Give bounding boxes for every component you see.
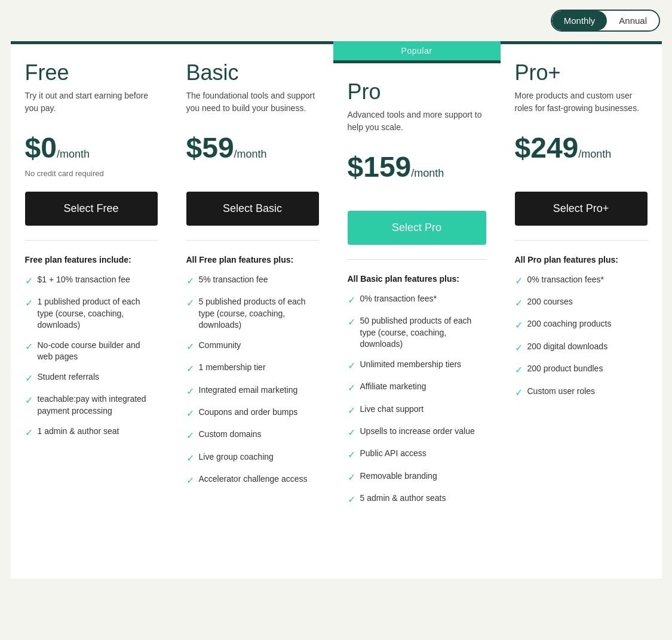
plan-content-basic: Basic The foundational tools and support… xyxy=(172,44,333,513)
plan-price-basic: $59/month xyxy=(186,131,319,164)
price-period-basic: /month xyxy=(234,148,267,160)
check-icon: ✓ xyxy=(348,294,355,307)
price-note-basic xyxy=(186,169,319,180)
features-header-basic: All Free plan features plus: xyxy=(186,255,319,264)
feature-text: Integrated email marketing xyxy=(199,384,298,396)
feature-text: Unlimited membership tiers xyxy=(360,359,462,371)
feature-item: ✓ Removable branding xyxy=(348,470,486,484)
plan-content-proplus: Pro+ More products and custom user roles… xyxy=(501,44,662,424)
feature-item: ✓ 5 admin & author seats xyxy=(348,493,486,506)
feature-text: Live group coaching xyxy=(199,451,274,463)
feature-list-basic: ✓ 5% transaction fee ✓ 5 published produ… xyxy=(186,274,319,488)
price-note-proplus xyxy=(515,169,648,180)
feature-text: 5% transaction fee xyxy=(199,274,268,286)
feature-item: ✓ 1 membership tier xyxy=(186,362,319,376)
feature-list-free: ✓ $1 + 10% transaction fee ✓ 1 published… xyxy=(25,274,158,439)
feature-text: Community xyxy=(199,340,241,352)
feature-text: Custom user roles xyxy=(527,386,596,398)
check-icon: ✓ xyxy=(25,275,33,288)
select-button-basic[interactable]: Select Basic xyxy=(186,192,319,226)
plan-card-pro: Popular Pro Advanced tools and more supp… xyxy=(333,41,501,579)
feature-list-pro: ✓ 0% transaction fees* ✓ 50 published pr… xyxy=(348,293,486,507)
price-amount-proplus: $249 xyxy=(515,132,579,164)
feature-item: ✓ Affiliate marketing xyxy=(348,381,486,395)
feature-item: ✓ No-code course builder and web pages xyxy=(25,340,158,363)
check-icon: ✓ xyxy=(348,359,355,373)
plan-content-pro: Pro Advanced tools and more support to h… xyxy=(333,60,501,532)
feature-item: ✓ Live group coaching xyxy=(186,451,319,465)
feature-item: ✓ 200 product bundles xyxy=(515,363,648,377)
plan-content-free: Free Try it out and start earning before… xyxy=(11,44,172,464)
feature-item: ✓ Custom domains xyxy=(186,429,319,442)
check-icon: ✓ xyxy=(348,316,355,329)
billing-toggle: Monthly Annual xyxy=(551,10,660,32)
check-icon: ✓ xyxy=(348,404,355,417)
check-icon: ✓ xyxy=(515,319,523,332)
feature-text: No-code course builder and web pages xyxy=(38,340,158,363)
popular-badge: Popular xyxy=(333,41,501,60)
feature-item: ✓ 200 digital downloads xyxy=(515,341,648,355)
feature-item: ✓ $1 + 10% transaction fee xyxy=(25,274,158,288)
feature-item: ✓ 5% transaction fee xyxy=(186,274,319,288)
feature-text: 1 published product of each type (course… xyxy=(38,296,158,331)
check-icon: ✓ xyxy=(25,340,33,353)
select-button-pro[interactable]: Select Pro xyxy=(348,211,486,245)
check-icon: ✓ xyxy=(25,394,33,407)
feature-item: ✓ 0% transaction fees* xyxy=(348,293,486,307)
feature-item: ✓ 50 published products of each type (co… xyxy=(348,315,486,350)
feature-list-proplus: ✓ 0% transaction fees* ✓ 200 courses ✓ 2… xyxy=(515,274,648,399)
feature-item: ✓ 200 coaching products xyxy=(515,318,648,332)
price-note-free: No credit card required xyxy=(25,169,158,180)
plan-description-pro: Advanced tools and more support to help … xyxy=(348,109,486,139)
divider-proplus xyxy=(515,240,648,241)
price-amount-basic: $59 xyxy=(186,132,234,164)
check-icon: ✓ xyxy=(348,471,355,484)
billing-annual-button[interactable]: Annual xyxy=(607,11,659,30)
feature-item: ✓ Custom user roles xyxy=(515,386,648,399)
check-icon: ✓ xyxy=(186,362,194,376)
header-bar: Monthly Annual xyxy=(0,0,672,41)
billing-monthly-button[interactable]: Monthly xyxy=(552,11,607,30)
check-icon: ✓ xyxy=(348,448,355,461)
plan-name-pro: Pro xyxy=(348,80,486,104)
feature-item: ✓ Unlimited membership tiers xyxy=(348,359,486,373)
select-button-free[interactable]: Select Free xyxy=(25,192,158,226)
check-icon: ✓ xyxy=(186,297,194,310)
feature-text: Removable branding xyxy=(360,470,437,482)
feature-text: Custom domains xyxy=(199,429,262,441)
feature-text: 1 admin & author seat xyxy=(38,426,119,438)
plan-name-free: Free xyxy=(25,61,158,85)
plan-description-proplus: More products and custom user roles for … xyxy=(515,90,648,119)
check-icon: ✓ xyxy=(25,426,33,439)
feature-text: 200 digital downloads xyxy=(527,341,608,353)
feature-item: ✓ Integrated email marketing xyxy=(186,384,319,398)
check-icon: ✓ xyxy=(348,381,355,395)
feature-text: $1 + 10% transaction fee xyxy=(38,274,130,286)
plan-price-proplus: $249/month xyxy=(515,131,648,164)
feature-text: Accelerator challenge access xyxy=(199,473,308,485)
feature-text: 200 coaching products xyxy=(527,318,612,330)
feature-item: ✓ Public API access xyxy=(348,448,486,461)
feature-text: 5 admin & author seats xyxy=(360,493,446,504)
price-period-free: /month xyxy=(57,148,90,160)
check-icon: ✓ xyxy=(515,275,523,288)
check-icon: ✓ xyxy=(25,372,33,385)
features-header-free: Free plan features include: xyxy=(25,255,158,264)
select-button-proplus[interactable]: Select Pro+ xyxy=(515,192,648,226)
feature-text: Affiliate marketing xyxy=(360,381,426,393)
check-icon: ✓ xyxy=(186,407,194,420)
feature-item: ✓ teachable:pay with integrated payment … xyxy=(25,393,158,417)
check-icon: ✓ xyxy=(186,429,194,442)
divider-pro xyxy=(348,259,486,260)
feature-item: ✓ Upsells to increase order value xyxy=(348,426,486,439)
feature-item: ✓ 1 published product of each type (cour… xyxy=(25,296,158,331)
feature-item: ✓ Accelerator challenge access xyxy=(186,473,319,487)
feature-text: 200 courses xyxy=(527,296,573,308)
feature-text: Coupons and order bumps xyxy=(199,407,298,419)
feature-text: 5 published products of each type (cours… xyxy=(199,296,319,331)
price-period-proplus: /month xyxy=(578,148,611,160)
feature-text: 0% transaction fees* xyxy=(360,293,437,305)
feature-text: 200 product bundles xyxy=(527,363,603,375)
feature-item: ✓ 0% transaction fees* xyxy=(515,274,648,288)
check-icon: ✓ xyxy=(186,474,194,487)
